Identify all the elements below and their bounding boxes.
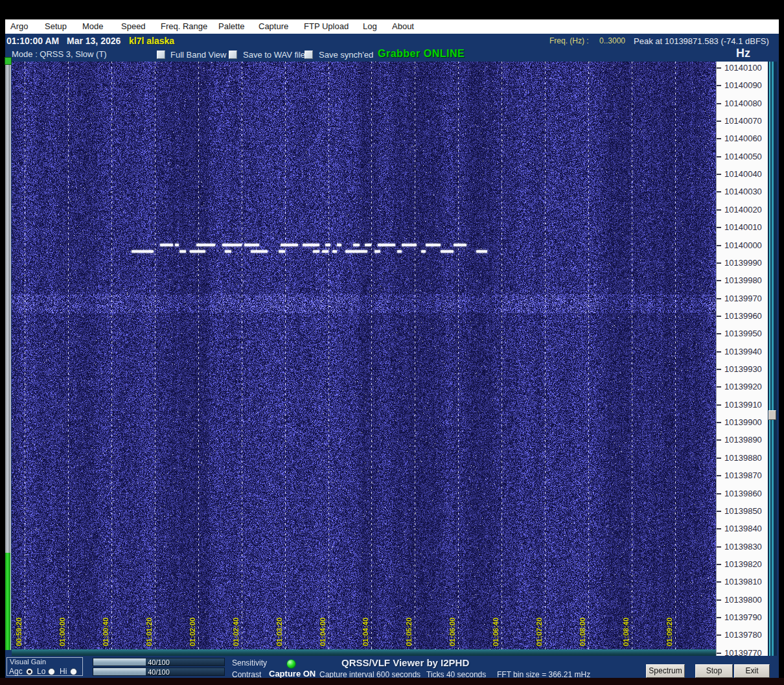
time-gridline [25, 62, 25, 649]
time-tick-label: 01:06:40 [492, 603, 501, 646]
freq-label: 10140060 [724, 134, 762, 143]
contrast-slider[interactable]: 40/100 [93, 668, 225, 676]
frequency-scrollbar[interactable] [768, 62, 777, 656]
freq-label: 10139840 [724, 524, 762, 533]
qrss-signal-dash [476, 250, 487, 253]
freq-label: 10139850 [724, 506, 762, 516]
qrss-signal-dash [332, 250, 337, 253]
time-gridline [198, 62, 199, 649]
checkbox-full-band-view[interactable] [157, 51, 165, 59]
time-gridline [285, 62, 286, 649]
exit-button[interactable]: Exit [734, 664, 770, 678]
contrast-slider-value: 40/100 [93, 668, 224, 676]
time-tick-label: 01:04:40 [362, 603, 371, 646]
freq-tick [717, 564, 721, 565]
freq-label: 10140010 [724, 222, 762, 232]
time-tick-label: 01:01:20 [145, 603, 154, 646]
qrss-signal-dash [365, 244, 371, 246]
time-tick-label: 00:59:20 [15, 603, 24, 646]
qrss-signal-dash [441, 250, 454, 253]
freq-range-value: 0..3000 [599, 36, 625, 45]
scrollbar-thumb[interactable] [768, 410, 776, 420]
menu-item-speed[interactable]: Speed [121, 19, 146, 34]
menu-item-about[interactable]: About [392, 19, 414, 34]
capture-led-icon [286, 659, 296, 669]
spectrum-button[interactable]: Spectrum [646, 664, 685, 678]
grabber-online-status: Grabber ONLINE [378, 48, 465, 60]
visual-gain-radio-lo[interactable] [48, 668, 55, 675]
header-bar: 01:10:00 AM Mar 13, 2026 kl7l alaska Fre… [5, 34, 779, 62]
checkbox-save-synch-ed[interactable] [305, 51, 313, 59]
freq-tick [717, 581, 721, 583]
freq-tick [717, 475, 721, 476]
freq-tick [717, 174, 721, 175]
menu-item-mode[interactable]: Mode [82, 19, 104, 34]
time-gridline [458, 62, 459, 649]
time-gridline [242, 62, 242, 649]
stop-button[interactable]: Stop [695, 664, 733, 678]
frequency-scale: 1014010010140090101400801014007010140060… [716, 62, 768, 656]
argo-window: ArgoSetupModeSpeedFreq. RangePaletteCapt… [0, 0, 784, 685]
qrss-signal-dash [179, 250, 186, 253]
freq-label: 10140080 [724, 99, 762, 108]
menu-item-argo[interactable]: Argo [10, 19, 28, 34]
freq-label: 10140000 [724, 240, 762, 250]
freq-tick [717, 67, 721, 69]
menu-bar: ArgoSetupModeSpeedFreq. RangePaletteCapt… [5, 19, 779, 34]
freq-label: 10140070 [724, 116, 762, 126]
callsign-label: kl7l alaska [129, 36, 174, 46]
qrss-signal-dash [196, 244, 215, 246]
sensitivity-slider[interactable]: 40/100 [93, 658, 225, 666]
window-bottom-edge [0, 678, 784, 685]
menu-item-capture[interactable]: Capture [259, 19, 288, 34]
sensitivity-slider-value: 40/100 [93, 658, 224, 666]
visual-gain-label-lo: Lo [37, 667, 45, 676]
freq-label: 10139810 [724, 577, 762, 586]
time-gridline [675, 62, 676, 649]
freq-label: 10139790 [724, 612, 762, 622]
freq-tick [717, 422, 721, 423]
freq-tick [717, 298, 721, 299]
freq-tick [717, 386, 721, 388]
radio-selected-dot [28, 670, 31, 673]
time-tick-label: 01:04:00 [319, 603, 328, 646]
menu-item-palette[interactable]: Palette [218, 19, 244, 34]
capture-status-label: Capture ON [269, 669, 316, 679]
freq-label: 10139860 [724, 489, 762, 498]
menu-item-freq-range[interactable]: Freq. Range [161, 19, 207, 34]
qrss-signal-dash [225, 250, 231, 253]
checkbox-save-to-wav-file[interactable] [229, 51, 237, 59]
qrss-signal-dash [337, 244, 341, 246]
time-tick-label: 01:05:20 [405, 603, 414, 646]
freq-tick [717, 103, 721, 104]
freq-label: 10140090 [724, 80, 762, 90]
menu-item-ftp-upload[interactable]: FTP Upload [304, 19, 349, 34]
freq-tick [717, 493, 721, 494]
freq-label: 10139870 [724, 470, 762, 480]
visual-gain-label-hi: Hi [60, 667, 67, 676]
menu-item-log[interactable]: Log [363, 19, 377, 34]
freq-tick [717, 617, 721, 618]
freq-label: 10139990 [724, 258, 762, 268]
qrss-signal-dash [160, 244, 173, 246]
time-tick-label: 01:02:00 [189, 603, 198, 646]
freq-label: 10139960 [724, 311, 762, 321]
freq-label: 10140050 [724, 152, 762, 161]
freq-tick [717, 245, 721, 246]
waterfall-canvas[interactable] [12, 62, 716, 649]
freq-tick [717, 316, 721, 317]
time-tick-label: 01:08:00 [579, 603, 588, 646]
freq-label: 10139930 [724, 364, 762, 374]
freq-label: 10139950 [724, 329, 762, 338]
freq-tick [717, 599, 721, 601]
qrss-signal-dash [454, 244, 467, 246]
visual-gain-label-agc: Agc [9, 667, 23, 676]
qrss-signal-dash [132, 250, 154, 253]
visual-gain-title: Visual Gain [10, 658, 46, 666]
time-gridline [68, 62, 69, 649]
menu-item-setup[interactable]: Setup [45, 19, 67, 34]
waterfall-display[interactable]: 00:59:2001:00:0001:00:4001:01:2001:02:00… [12, 62, 716, 649]
visual-gain-radio-hi[interactable] [70, 668, 77, 675]
visual-gain-radio-agc[interactable] [26, 668, 33, 675]
waterfall-current-line [12, 649, 716, 656]
